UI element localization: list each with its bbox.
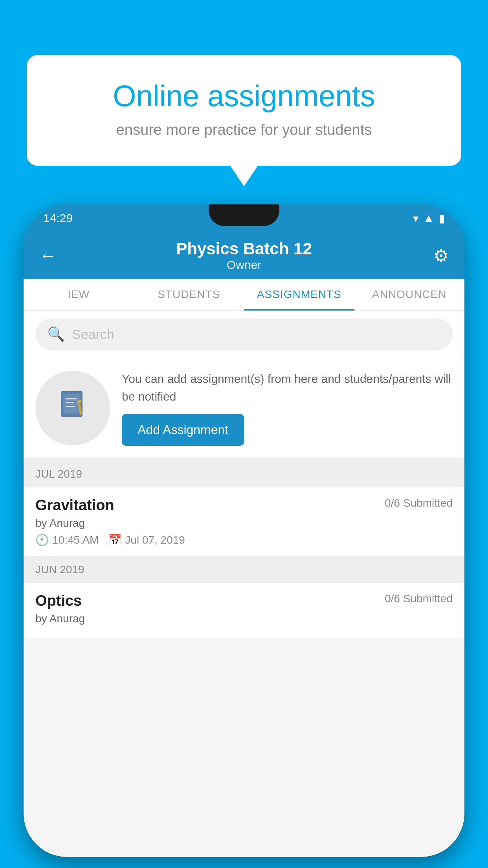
assignment-time-gravitation: 🕙 10:45 AM	[35, 533, 99, 546]
info-card-subtitle: ensure more practice for your students	[54, 121, 434, 138]
clock-icon: 🕙	[35, 533, 49, 546]
top-bar-center: Physics Batch 12 Owner	[63, 239, 425, 272]
info-card: Online assignments ensure more practice …	[27, 55, 461, 166]
assignment-submitted-optics: 0/6 Submitted	[385, 592, 453, 605]
month-header-jul: JUL 2019	[24, 461, 464, 487]
search-icon: 🔍	[47, 326, 65, 342]
add-assignment-button[interactable]: Add Assignment	[122, 414, 244, 446]
notch	[209, 204, 279, 226]
promo-content: You can add assignment(s) from here and …	[122, 370, 453, 446]
tab-assignments[interactable]: ASSIGNMENTS	[244, 280, 354, 311]
tab-iew-label: IEW	[68, 288, 90, 301]
phone-frame: 14:29 ▾ ▲ ▮ ← Physics Batch 12 Owner ⚙ I…	[24, 204, 464, 857]
assignment-top-optics: Optics 0/6 Submitted	[35, 592, 453, 609]
tab-students-label: STUDENTS	[158, 288, 220, 301]
month-label-jul: JUL 2019	[35, 468, 82, 480]
settings-button[interactable]: ⚙	[425, 246, 449, 266]
assignment-time-value: 10:45 AM	[52, 534, 99, 546]
assignment-date-gravitation: 📅 Jul 07, 2019	[108, 533, 185, 546]
svg-rect-4	[66, 406, 75, 407]
assignment-top-gravitation: Gravitation 0/6 Submitted	[35, 497, 453, 514]
phone-screen: 14:29 ▾ ▲ ▮ ← Physics Batch 12 Owner ⚙ I…	[24, 204, 464, 857]
search-bar[interactable]: 🔍 Search	[35, 318, 453, 350]
top-bar-subtitle: Owner	[63, 258, 425, 272]
svg-rect-2	[66, 398, 77, 399]
assignment-item-optics[interactable]: Optics 0/6 Submitted by Anurag	[24, 583, 464, 639]
assignment-name-gravitation: Gravitation	[35, 497, 114, 514]
assignment-by-optics: by Anurag	[35, 612, 453, 625]
month-header-jun: JUN 2019	[24, 556, 464, 583]
status-time: 14:29	[43, 211, 73, 225]
tab-students[interactable]: STUDENTS	[134, 280, 244, 311]
top-bar-title: Physics Batch 12	[63, 239, 425, 258]
search-container: 🔍 Search	[24, 311, 464, 358]
assignment-name-optics: Optics	[35, 592, 82, 609]
svg-rect-3	[66, 402, 73, 403]
assignment-meta-gravitation: 🕙 10:45 AM 📅 Jul 07, 2019	[35, 533, 453, 546]
month-label-jun: JUN 2019	[35, 563, 84, 576]
tab-announcements[interactable]: ANNOUNCEN	[354, 280, 465, 311]
assignment-icon	[57, 389, 88, 427]
status-icons: ▾ ▲ ▮	[413, 212, 445, 225]
tab-assignments-label: ASSIGNMENTS	[257, 288, 341, 301]
calendar-icon: 📅	[108, 533, 122, 546]
search-placeholder: Search	[72, 327, 114, 342]
promo-description: You can add assignment(s) from here and …	[122, 370, 453, 405]
wifi-icon: ▾	[413, 212, 418, 225]
promo-icon-circle	[35, 371, 110, 445]
screen-content: ← Physics Batch 12 Owner ⚙ IEW STUDENTS …	[24, 232, 464, 857]
tab-iew[interactable]: IEW	[24, 280, 134, 311]
info-card-title: Online assignments	[54, 79, 434, 113]
tabs-bar: IEW STUDENTS ASSIGNMENTS ANNOUNCEN	[24, 279, 464, 311]
back-button[interactable]: ←	[39, 246, 63, 265]
assignment-item-gravitation[interactable]: Gravitation 0/6 Submitted by Anurag 🕙 10…	[24, 487, 464, 556]
assignment-date-value: Jul 07, 2019	[125, 534, 185, 546]
assignment-by-gravitation: by Anurag	[35, 517, 453, 530]
promo-section: You can add assignment(s) from here and …	[24, 358, 464, 461]
top-bar: ← Physics Batch 12 Owner ⚙	[24, 232, 464, 279]
signal-icon: ▲	[423, 212, 434, 224]
tab-announcements-label: ANNOUNCEN	[372, 288, 446, 301]
assignment-submitted-gravitation: 0/6 Submitted	[385, 497, 453, 509]
battery-icon: ▮	[439, 212, 445, 225]
